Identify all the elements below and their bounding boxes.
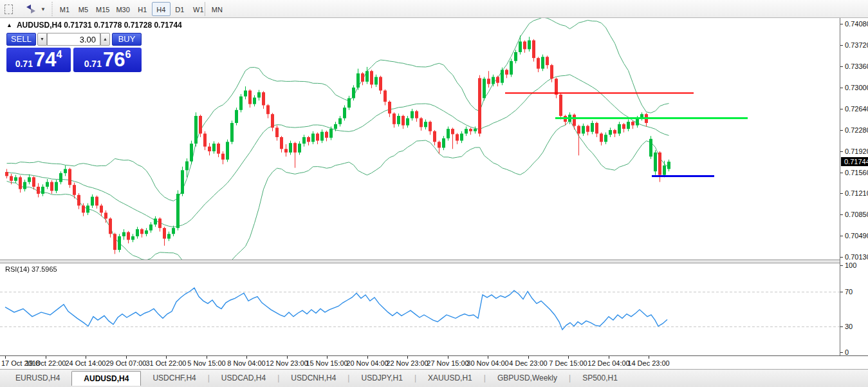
axis-tick — [840, 66, 843, 67]
timeframe-button-d1[interactable]: D1 — [171, 2, 189, 16]
axis-tick — [840, 352, 843, 353]
timeframe-button-m5[interactable]: M5 — [74, 2, 93, 16]
rsi-canvas[interactable] — [0, 263, 840, 355]
axis-tick — [840, 292, 843, 292]
tab-usdcnh[interactable]: USDCNH,H4 — [279, 371, 347, 386]
time-tick — [367, 356, 368, 359]
axis-tick — [840, 109, 843, 109]
sell-price-display[interactable]: 0.71 74 4 — [6, 48, 71, 72]
timeframe-button-group: M1M5M15M30H1H4D1W1MN — [55, 2, 226, 16]
current-price-tag: 0.71744 — [841, 157, 868, 166]
timeframe-button-h4[interactable]: H4 — [152, 2, 171, 16]
one-click-trading-panel: SELL ▼ ▲ BUY 0.71 74 4 0.71 76 6 — [6, 33, 143, 72]
price-axis-label: 0.70130 — [845, 253, 868, 261]
toolbar-separator — [50, 2, 53, 16]
buy-button[interactable]: BUY — [112, 33, 142, 46]
axis-tick — [840, 173, 843, 173]
time-axis-label: 27 Nov 15:00 — [427, 359, 468, 367]
axis-tick — [840, 236, 843, 236]
tab-sp500[interactable]: SP500,H1 — [571, 371, 629, 386]
price-axis-label: 0.73360 — [845, 62, 868, 70]
time-axis-label: 12 Nov 23:00 — [266, 359, 308, 367]
sell-price-prefix: 0.71 — [15, 59, 33, 69]
axis-tick — [840, 45, 843, 46]
price-axis-label: 0.71920 — [845, 147, 868, 155]
tab-audusd[interactable]: AUDUSD,H4 — [71, 371, 141, 386]
timeframe-button-m1[interactable]: M1 — [55, 2, 74, 16]
mt4-terminal-window: ▼ M1M5M15M30H1H4D1W1MN ▲ AUDUSD,H4 0.717… — [0, 0, 868, 387]
time-axis-label: 14 Dec 23:00 — [627, 359, 669, 367]
price-chart-panel: ▲ AUDUSD,H4 0.71731 0.71778 0.71728 0.71… — [0, 18, 840, 260]
axis-tick — [840, 24, 843, 24]
tab-usdjpy[interactable]: USDJPY,H1 — [349, 371, 414, 386]
volume-decrease-button[interactable]: ▼ — [37, 33, 47, 46]
time-tick — [246, 356, 247, 359]
axis-tick — [840, 265, 843, 266]
time-axis-label: 15 Nov 15:00 — [306, 359, 347, 367]
rsi-label: RSI(14) 37.5965 — [5, 265, 57, 273]
time-axis-label: 4 Dec 23:00 — [509, 359, 547, 367]
price-axis-label: 0.70850 — [845, 211, 868, 218]
axis-tick — [840, 214, 843, 215]
time-axis-label: 24 Oct 14:00 — [66, 359, 106, 367]
time-tick — [488, 356, 488, 359]
time-tick — [609, 356, 609, 359]
price-axis-label: 0.72280 — [845, 126, 868, 134]
time-tick — [407, 356, 408, 359]
dropdown-caret-icon[interactable]: ▼ — [39, 3, 48, 15]
toolbar-separator-2 — [205, 2, 205, 16]
sell-button[interactable]: SELL — [6, 33, 36, 46]
collapse-triangle-icon[interactable]: ▲ — [6, 22, 12, 28]
time-axis-label: 22 Nov 23:00 — [386, 359, 428, 367]
buy-price-display[interactable]: 0.71 76 6 — [73, 48, 142, 72]
sell-price-pip: 4 — [56, 49, 62, 61]
timeframe-button-mn[interactable]: MN — [208, 2, 226, 16]
timeframe-button-m30[interactable]: M30 — [113, 2, 133, 16]
axis-tick — [840, 257, 843, 258]
price-axis-label: 0.71210 — [845, 189, 868, 197]
time-tick — [649, 356, 649, 359]
rsi-axis-label: 30 — [845, 323, 853, 330]
selection-box-icon[interactable] — [2, 3, 15, 15]
time-tick — [568, 356, 569, 359]
tab-gbpusd[interactable]: GBPUSD,Weekly — [486, 371, 569, 386]
tab-xauusd[interactable]: XAUUSD,H1 — [416, 371, 484, 386]
tab-usdchf[interactable]: USDCHF,H4 — [141, 371, 207, 386]
buy-price-pip: 6 — [125, 49, 131, 61]
time-axis-label: 8 Nov 04:00 — [227, 359, 265, 367]
tab-usdcad[interactable]: USDCAD,H4 — [210, 371, 277, 386]
tile-arrows-icon[interactable] — [23, 3, 39, 15]
volume-input[interactable] — [47, 33, 100, 46]
time-tick — [327, 356, 328, 359]
axis-tick — [840, 151, 843, 152]
volume-increase-button[interactable]: ▲ — [100, 33, 110, 46]
time-axis-label: 19 Oct 22:00 — [26, 359, 66, 367]
price-axis-label: 0.74080 — [845, 20, 868, 28]
time-tick — [5, 356, 6, 359]
time-tick — [287, 356, 288, 359]
axis-tick — [840, 193, 843, 194]
time-axis-label: 20 Nov 04:00 — [346, 359, 388, 367]
price-axis-label: 0.70490 — [845, 232, 868, 240]
axis-tick — [840, 130, 843, 131]
axis-tick — [840, 326, 843, 327]
time-axis: 17 Oct 201819 Oct 22:0024 Oct 14:0029 Oc… — [0, 355, 868, 369]
time-tick — [46, 356, 46, 359]
chart-tab-bar: EURUSD,H4AUDUSD,H4USDCHF,H4|USDCAD,H4|US… — [0, 369, 868, 387]
chart-title-text: AUDUSD,H4 0.71731 0.71778 0.71728 0.7174… — [17, 21, 182, 30]
buy-price-big: 76 — [103, 49, 125, 71]
price-axis-label: 0.73720 — [845, 41, 868, 49]
price-axis-label: 0.72640 — [845, 105, 868, 113]
tab-eurusd[interactable]: EURUSD,H4 — [4, 371, 71, 386]
timeframe-button-m15[interactable]: M15 — [93, 2, 113, 16]
price-axis-label: 0.73000 — [845, 84, 868, 91]
chart-title: ▲ AUDUSD,H4 0.71731 0.71778 0.71728 0.71… — [6, 21, 182, 30]
buy-price-prefix: 0.71 — [84, 59, 102, 69]
time-tick — [86, 356, 86, 359]
time-axis-label: 30 Nov 04:00 — [466, 359, 508, 367]
price-axis-label: 0.71560 — [845, 169, 868, 176]
time-axis-label: 29 Oct 07:00 — [106, 359, 147, 367]
rsi-axis-label: 70 — [845, 288, 853, 296]
timeframe-button-h1[interactable]: H1 — [133, 2, 152, 16]
time-tick — [528, 356, 529, 359]
